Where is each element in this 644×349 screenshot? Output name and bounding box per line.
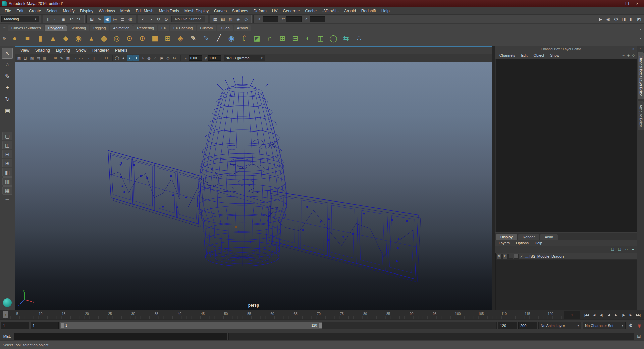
channel-stat-icon[interactable]: ◈ [626,53,631,58]
layer-move-down-icon[interactable]: ❐ [617,247,622,252]
collapse-panel-icon[interactable]: « [640,47,641,50]
layer-editor-menu[interactable]: Help [532,241,545,245]
sidebar-vertical-tab[interactable]: Attribute Editor [638,101,644,130]
toolbar-group-collapse[interactable] [84,15,87,23]
gate-mask-icon[interactable]: ▭ [84,55,90,61]
menubar-item[interactable]: Windows [96,9,118,13]
shelf-tab[interactable]: Rendering [133,25,157,31]
menubar-item[interactable]: Mesh Tools [156,9,182,13]
channel-box-menu[interactable]: Object [530,53,547,57]
menubar-item[interactable]: Edit Mesh [133,9,156,13]
menubar-item[interactable]: Surfaces [229,9,251,13]
menubar-item[interactable]: Generate [280,9,302,13]
new-layer-from-selected-icon[interactable]: ▰ [630,247,636,252]
menubar-item[interactable]: Select [44,9,60,13]
make-object-live-icon[interactable]: ◍ [127,16,134,23]
toolbar-group-collapse[interactable] [41,15,43,23]
current-frame-marker[interactable]: 1 [3,311,8,318]
layer-editor-menu[interactable]: Options [513,241,532,245]
command-line-language-toggle[interactable]: MEL [1,334,13,338]
show-channel-box-icon[interactable]: ◩ [636,16,643,23]
range-end-handle[interactable] [318,322,322,329]
close-panel-icon[interactable]: × [631,47,636,51]
playback-start-input[interactable] [31,322,59,329]
step-back-key-button[interactable]: |◀ [590,311,597,318]
no-construction-history-icon[interactable]: ⊘ [163,16,170,23]
lock-camera-icon[interactable]: ◻ [22,55,29,61]
undo-icon[interactable]: ↶ [68,16,75,23]
layer-editor-menu[interactable]: Layers [496,241,513,245]
rotate-tool[interactable]: ↻ [2,94,13,104]
menubar-item[interactable]: Edit [14,9,26,13]
select-camera-icon[interactable]: ▦ [16,55,22,61]
poly-pyramid-icon[interactable]: ▴ [85,32,97,44]
panel-menu-item[interactable]: Lighting [53,48,73,53]
menubar-item[interactable]: Create [26,9,44,13]
lasso-select-tool[interactable]: ◌ [2,59,13,70]
step-back-frame-button[interactable]: ◀| [598,311,605,318]
quad-draw-icon[interactable]: ✎ [200,32,212,44]
boolean-icon[interactable]: ◐ [302,32,314,44]
mirror-icon[interactable]: ◫ [315,32,327,44]
poly-sphere-icon[interactable]: ● [9,32,21,44]
construction-history-icon[interactable]: ↻ [155,16,162,23]
select-tool[interactable]: ↖ [2,48,13,59]
poly-torus-icon[interactable]: ◎ [111,32,123,44]
range-slider-track[interactable]: 1 120 [60,322,497,329]
shelf-editor-gear-icon[interactable]: ⚙ [1,35,8,41]
shelf-tab[interactable]: Custom [197,25,216,31]
hypershade-persp-layout-button[interactable]: ▦ [2,186,12,195]
layer-editor-tab[interactable]: Anim [540,234,558,240]
textured-mode-icon[interactable]: ◐ [127,55,133,61]
menubar-item[interactable]: File [2,9,14,13]
new-scene-icon[interactable]: ▯ [45,16,52,23]
gamma-icon[interactable]: γ [205,56,207,60]
multi-cut-icon[interactable]: ╱ [213,32,225,44]
shelf-tab[interactable]: Polygons [45,25,66,31]
smooth-icon[interactable]: ◯ [327,32,339,44]
channel-box-menu[interactable]: Edit [518,53,530,57]
new-empty-layer-icon[interactable]: ▱ [624,247,629,252]
select-object-mask-icon[interactable]: ▧ [219,16,226,23]
open-scene-icon[interactable]: ▱ [52,16,59,23]
paint-select-tool[interactable]: ✎ [2,71,13,82]
2d-pan-zoom-icon[interactable]: ⊞ [52,55,58,61]
command-input[interactable] [14,333,227,340]
anim-layer-dropdown[interactable]: No Anim Layer [538,322,581,329]
menubar-item[interactable]: Help [379,9,392,13]
safe-action-icon[interactable]: ⊡ [97,55,103,61]
animation-start-input[interactable] [1,322,29,329]
playback-end-input[interactable] [498,322,517,329]
smooth-shade-mode-icon[interactable]: ● [120,55,126,61]
shelf-tab[interactable]: XGen [217,25,233,31]
panel-menu-item[interactable]: Shading [32,48,53,53]
maximize-button[interactable]: ❐ [622,0,632,7]
xray-mode-icon[interactable]: ◇ [165,55,171,61]
curve-pencil-icon[interactable]: ✎ [187,32,199,44]
two-pane-side-layout-button[interactable]: ◫ [2,141,12,149]
poly-platonic-icon[interactable]: ◆ [60,32,72,44]
layer-visibility-toggle[interactable]: V [496,254,502,259]
shelf-tabs-menu-icon[interactable]: ≡ [1,25,8,31]
step-forward-frame-button[interactable]: |▶ [620,311,627,318]
play-forwards-button[interactable]: ▶ [612,311,620,318]
menubar-item[interactable]: Mesh [118,9,133,13]
snap-to-grids-icon[interactable]: ⊞ [88,16,95,23]
shelf-tab[interactable]: Animation [110,25,133,31]
command-result-area[interactable] [228,333,634,340]
menubar-item[interactable]: Arnold [341,9,359,13]
input-connections-icon[interactable]: ◐ [140,16,147,23]
node-editor-icon[interactable]: ∴ [353,32,365,44]
toolbar-group-collapse[interactable] [136,15,138,23]
y-coordinate-input[interactable] [286,16,302,22]
snap-to-view-planes-icon[interactable]: ▤ [119,16,126,23]
character-set-dropdown[interactable]: No Character Set [583,322,626,329]
snap-to-points-icon[interactable]: ◉ [104,16,111,23]
bookmarks-icon[interactable]: ▤ [35,55,41,61]
toolbar-group-collapse[interactable] [208,15,210,23]
screen-space-ao-icon[interactable]: ◍ [146,55,152,61]
viewport-3d-view[interactable]: y x z persp [15,62,492,310]
poly-cone-icon[interactable]: ▲ [47,32,59,44]
lock-selection-icon[interactable]: ◈ [235,16,242,23]
two-pane-stacked-layout-button[interactable]: ⊟ [2,150,12,158]
